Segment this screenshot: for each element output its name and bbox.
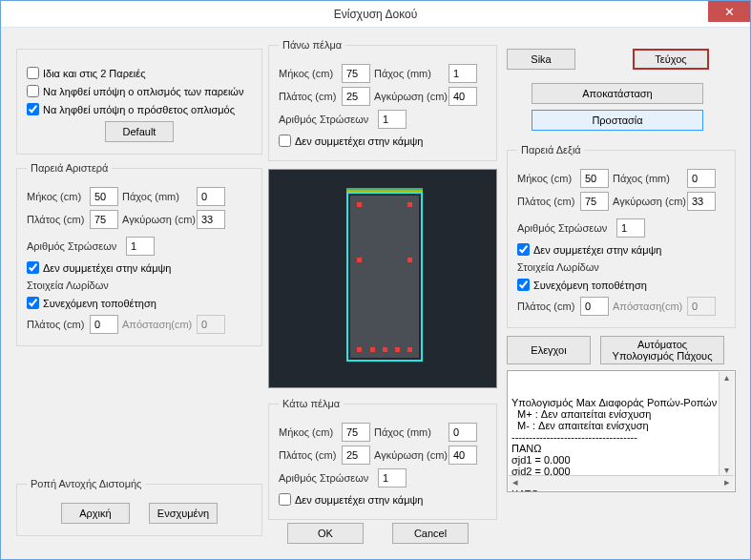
rebar-dot	[407, 258, 412, 262]
sika-button[interactable]: Sika	[507, 49, 575, 70]
bottom-flange-group: Κάτω πέλμα Μήκος (cm) Πάχος (mm) Πλάτος …	[268, 398, 497, 520]
right-layers-input[interactable]	[616, 218, 645, 238]
right-thickness-input[interactable]	[687, 169, 716, 188]
checks-button[interactable]: Ελεγχοι	[507, 336, 591, 364]
left-thickness-label: Πάχος (mm)	[122, 191, 193, 202]
rebar-dot	[395, 347, 400, 352]
rebar-dot	[357, 347, 362, 352]
bot-anchor-label: Αγκύρωση (cm)	[374, 449, 445, 461]
bot-length-input[interactable]	[342, 423, 370, 442]
bot-width-label: Πλάτος (cm)	[279, 449, 338, 461]
left-length-label: Μήκος (cm)	[27, 191, 86, 202]
right-length-label: Μήκος (cm)	[517, 173, 576, 184]
right-continuous-chk[interactable]	[517, 279, 530, 291]
left-continuous-label: Συνεχόμενη τοποθέτηση	[43, 298, 156, 309]
top-layers-input[interactable]	[378, 110, 407, 129]
right-width-input[interactable]	[580, 192, 609, 211]
auto-thickness-button[interactable]: Αυτόματος Υπολογισμός Πάχους	[600, 336, 724, 364]
window-title: Ενίσχυση Δοκού	[1, 8, 750, 21]
chk-additional-reinforcement-label: Να ληφθεί υπόψη ο πρόσθετος οπλισμός	[43, 104, 235, 115]
left-continuous-chk[interactable]	[27, 297, 39, 309]
left-no-bending-label: Δεν συμμετέχει στην κάμψη	[43, 262, 171, 274]
chk-additional-reinf-row: Να ληφθεί υπόψη ο πρόσθετος οπλισμός	[27, 103, 252, 115]
left-layers-input[interactable]	[126, 237, 155, 256]
titlebar: Ενίσχυση Δοκού ✕	[1, 1, 750, 28]
rebar-dot	[370, 347, 375, 352]
right-length-input[interactable]	[580, 169, 609, 188]
dialog-window: Ενίσχυση Δοκού ✕ Ιδια και στις 2 Παρειές…	[0, 0, 751, 560]
bot-no-bending-label: Δεν συμμετέχει στην κάμψη	[295, 494, 423, 506]
right-anchor-label: Αγκύρωση (cm)	[613, 196, 683, 207]
protect-button[interactable]: Προστασία	[532, 110, 703, 131]
top-thickness-input[interactable]	[449, 64, 477, 83]
left-side-legend: Παρειά Αριστερά	[27, 162, 112, 174]
bot-anchor-input[interactable]	[449, 446, 477, 465]
left-anchor-input[interactable]	[197, 210, 225, 229]
results-box[interactable]: Υπολογισμός Μax Διαφοράς Ροπών-Ροπών Α M…	[507, 370, 736, 492]
chk-same-both-sides[interactable]	[27, 67, 39, 79]
chk-same-both-sides-label: Ιδια και στις 2 Παρειές	[43, 68, 146, 79]
top-no-bending-chk[interactable]	[279, 135, 291, 147]
bot-layers-input[interactable]	[378, 468, 407, 487]
left-width-input[interactable]	[90, 210, 118, 229]
left-side-group: Παρειά Αριστερά Μήκος (cm) Πάχος (mm) Πλ…	[16, 162, 262, 346]
cancel-button[interactable]: Cancel	[392, 523, 469, 544]
original-section-button[interactable]: Αρχική	[61, 503, 130, 524]
bot-no-bending-chk[interactable]	[279, 493, 291, 506]
section-moment-legend: Ροπή Αντοχής Διστομής	[27, 478, 145, 489]
top-thickness-label: Πάχος (mm)	[374, 68, 445, 79]
chk-side-reinforcement-label: Να ληφθεί υπόψη ο οπλισμός των παρειών	[43, 86, 243, 97]
bot-length-label: Μήκος (cm)	[279, 426, 338, 438]
right-strip-spacing-input	[687, 297, 716, 316]
left-length-input[interactable]	[90, 187, 118, 206]
results-scrollbar-h[interactable]: ◂▸	[509, 475, 734, 490]
left-column: Ιδια και στις 2 Παρειές Να ληφθεί υπόψη …	[16, 49, 262, 354]
chk-side-reinforcement[interactable]	[27, 85, 39, 97]
default-button[interactable]: Default	[105, 121, 174, 142]
left-strip-width-input[interactable]	[90, 315, 118, 334]
right-side-group: Παρειά Δεξιά Μήκος (cm) Πάχος (mm) Πλάτο…	[507, 144, 736, 328]
top-anchor-label: Αγκύρωση (cm)	[374, 91, 445, 102]
right-strip-spacing-label: Απόσταση(cm)	[613, 301, 683, 312]
bottom-flange-legend: Κάτω πέλμα	[279, 398, 344, 409]
teyxos-button[interactable]: Τεύχος	[633, 49, 709, 70]
content-area: Ιδια και στις 2 Παρειές Να ληφθεί υπόψη …	[1, 28, 750, 559]
preview-wrap	[346, 192, 423, 362]
right-anchor-input[interactable]	[687, 192, 716, 211]
right-column: Sika Τεύχος Αποκατάσταση Προστασία Παρει…	[507, 49, 736, 492]
bot-width-input[interactable]	[342, 446, 370, 465]
top-length-input[interactable]	[342, 64, 370, 83]
left-layers-label: Αριθμός Στρώσεων	[27, 240, 122, 252]
ok-button[interactable]: OK	[287, 523, 364, 544]
close-button[interactable]: ✕	[708, 1, 750, 22]
left-no-bending-chk[interactable]	[27, 261, 39, 274]
strengthened-section-button[interactable]: Ενσχυμένη	[149, 503, 218, 524]
rebar-dot	[407, 202, 412, 207]
chk-additional-reinforcement[interactable]	[27, 103, 39, 115]
left-strip-spacing-label: Απόσταση(cm)	[122, 319, 193, 330]
bottom-buttons: OK Cancel	[287, 523, 469, 544]
right-thickness-label: Πάχος (mm)	[613, 173, 683, 184]
right-layers-label: Αριθμός Στρώσεων	[517, 222, 613, 234]
right-strips-label: Στοιχεία Λωρίδων	[517, 261, 725, 273]
top-layers-label: Αριθμός Στρώσεων	[279, 114, 374, 125]
bot-thickness-input[interactable]	[449, 423, 477, 442]
right-strip-width-input[interactable]	[580, 297, 609, 316]
left-thickness-input[interactable]	[197, 187, 225, 206]
scroll-up-icon: ▴	[724, 372, 729, 383]
chk-same-both-sides-row: Ιδια και στις 2 Παρειές	[27, 67, 252, 79]
results-scrollbar-v[interactable]: ▴▾	[719, 372, 734, 475]
bot-thickness-label: Πάχος (mm)	[374, 426, 445, 438]
restore-button[interactable]: Αποκατάσταση	[532, 83, 703, 104]
left-strips-label: Στοιχεία Λωρίδων	[27, 280, 252, 291]
section-moment-group: Ροπή Αντοχής Διστομής Αρχική Ενσχυμένη	[16, 478, 262, 536]
right-no-bending-chk[interactable]	[517, 243, 530, 256]
left-width-label: Πλάτος (cm)	[27, 214, 86, 225]
close-icon: ✕	[724, 5, 735, 19]
top-flange-group: Πάνω πέλμα Μήκος (cm) Πάχος (mm) Πλάτος …	[268, 39, 497, 161]
right-continuous-label: Συνεχόμενη τοποθέτηση	[533, 280, 647, 291]
scroll-left-icon: ◂	[512, 476, 518, 490]
top-anchor-input[interactable]	[449, 87, 477, 106]
rebar-dot	[407, 347, 412, 352]
top-width-input[interactable]	[342, 87, 370, 106]
